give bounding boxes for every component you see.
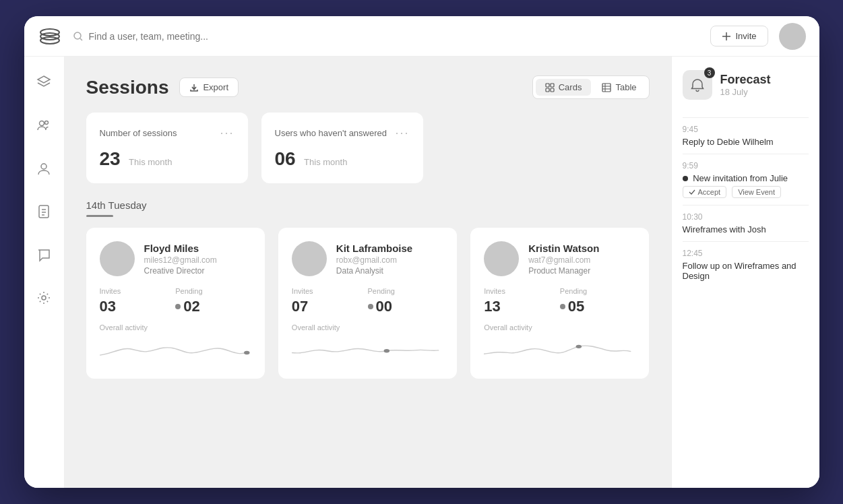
forecast-title: Forecast (720, 73, 771, 87)
person-name-2: Kristin Watson (528, 243, 599, 254)
svg-point-22 (244, 351, 249, 354)
stat-card-sessions: Number of sessions ··· 23 This month (86, 113, 248, 183)
sidebar-item-users[interactable] (32, 113, 56, 137)
stat-sessions-value: 23 (100, 148, 121, 169)
event-time-1: 9:59 (683, 161, 809, 170)
event-title-0: Reply to Debie Wilhelm (683, 137, 809, 147)
person-pending-0: Pending 02 (175, 287, 251, 315)
divider-3 (683, 241, 809, 242)
svg-rect-16 (546, 88, 549, 92)
svg-rect-15 (551, 84, 554, 87)
pending-dot-1 (368, 304, 373, 309)
person-role-1: Data Analysit (336, 266, 412, 276)
activity-label-1: Overall activity (292, 323, 443, 332)
accept-button[interactable]: Accept (683, 186, 727, 198)
pending-dot-2 (560, 304, 565, 309)
person-pending-2: Pending 05 (560, 287, 636, 315)
persons-row: Floyd Miles miles12@gmail.com Creative D… (86, 228, 650, 379)
divider-2 (683, 205, 809, 206)
table-icon (602, 83, 611, 92)
invite-icon (722, 32, 731, 41)
main-layout: Sessions Export (24, 57, 819, 488)
stat-sessions-menu[interactable]: ··· (220, 126, 234, 140)
sessions-title: Sessions (86, 77, 169, 98)
svg-line-4 (80, 38, 82, 40)
stat-card-unanswered: Users who haven't answered ··· 06 This m… (261, 113, 423, 183)
stat-unanswered-period: This month (304, 157, 347, 167)
svg-point-6 (40, 121, 44, 126)
export-icon (189, 83, 199, 92)
content-area: Sessions Export (65, 57, 671, 488)
event-time-0: 9:45 (683, 125, 809, 134)
sessions-header: Sessions Export (86, 75, 650, 99)
person-card-0: Floyd Miles miles12@gmail.com Creative D… (86, 228, 265, 379)
activity-label-2: Overall activity (484, 323, 635, 332)
export-button[interactable]: Export (179, 77, 239, 97)
svg-rect-17 (551, 88, 554, 92)
person-card-2: Kristin Watson wat7@gmail.com Product Ma… (470, 228, 649, 379)
event-title-1: New invitation from Julie (683, 173, 809, 183)
svg-point-3 (74, 32, 81, 39)
stat-unanswered-menu[interactable]: ··· (395, 126, 409, 140)
date-section: 14th Tuesday (86, 199, 650, 217)
event-title-3: Follow up on Wireframes and Design (683, 261, 809, 281)
cards-icon (545, 83, 555, 92)
date-underline (86, 215, 113, 217)
person-invites-0: Invites 03 (100, 287, 176, 315)
event-dot-1 (683, 176, 688, 181)
sidebar-item-settings[interactable] (32, 286, 56, 310)
person-invites-1: Invites 07 (292, 287, 368, 315)
person-email-2: wat7@gmail.com (528, 255, 599, 265)
person-email-1: robx@gmail.com (336, 255, 412, 265)
bell-icon (690, 77, 705, 92)
person-invites-2: Invites 13 (484, 287, 560, 315)
person-avatar-0 (100, 241, 135, 276)
svg-point-8 (41, 164, 46, 169)
svg-rect-9 (39, 206, 49, 218)
search-icon (73, 31, 84, 42)
sidebar-item-user[interactable] (32, 156, 56, 181)
stats-row: Number of sessions ··· 23 This month Use… (86, 113, 650, 183)
svg-rect-14 (546, 84, 549, 87)
stat-sessions-period: This month (129, 157, 172, 167)
pending-dot-0 (175, 304, 181, 309)
search-bar (73, 31, 700, 42)
event-title-2: Wireframes with Josh (683, 224, 809, 234)
notification-bell[interactable]: 3 (683, 70, 712, 100)
activity-chart-1 (292, 336, 443, 363)
svg-point-13 (42, 296, 46, 300)
sidebar-item-chat[interactable] (32, 243, 56, 267)
sidebar-item-layers[interactable] (32, 70, 56, 94)
svg-point-7 (45, 121, 49, 125)
right-panel: 3 Forecast 18 July 9:45 Reply to Debie W… (671, 57, 819, 488)
invite-button[interactable]: Invite (710, 26, 768, 46)
person-email-0: miles12@gmail.com (144, 255, 217, 265)
table-view-button[interactable]: Table (592, 79, 646, 96)
check-icon (689, 189, 695, 195)
person-card-1: Kit Laframboise robx@gmail.com Data Anal… (278, 228, 457, 379)
sessions-title-row: Sessions Export (86, 77, 239, 98)
svg-point-24 (576, 345, 582, 348)
event-actions-1: Accept View Event (683, 186, 809, 198)
view-event-button[interactable]: View Event (732, 186, 781, 198)
svg-rect-18 (602, 84, 611, 92)
person-name-0: Floyd Miles (144, 243, 217, 254)
event-time-3: 12:45 (683, 249, 809, 258)
event-time-2: 10:30 (683, 212, 809, 222)
activity-label-0: Overall activity (100, 323, 251, 332)
search-input[interactable] (89, 31, 291, 42)
person-avatar-2 (484, 241, 519, 276)
sidebar-item-document[interactable] (32, 199, 56, 224)
stat-sessions-label: Number of sessions (100, 128, 177, 138)
svg-marker-5 (38, 76, 50, 83)
logo (38, 24, 62, 49)
sidebar (24, 57, 65, 488)
person-pending-1: Pending 00 (368, 287, 444, 315)
divider-0 (683, 117, 809, 118)
forecast-header: 3 Forecast 18 July (683, 70, 809, 100)
activity-chart-2 (484, 336, 635, 363)
forecast-date: 18 July (720, 87, 771, 97)
person-name-1: Kit Laframboise (336, 243, 412, 254)
user-avatar[interactable] (779, 23, 806, 50)
cards-view-button[interactable]: Cards (536, 79, 592, 96)
